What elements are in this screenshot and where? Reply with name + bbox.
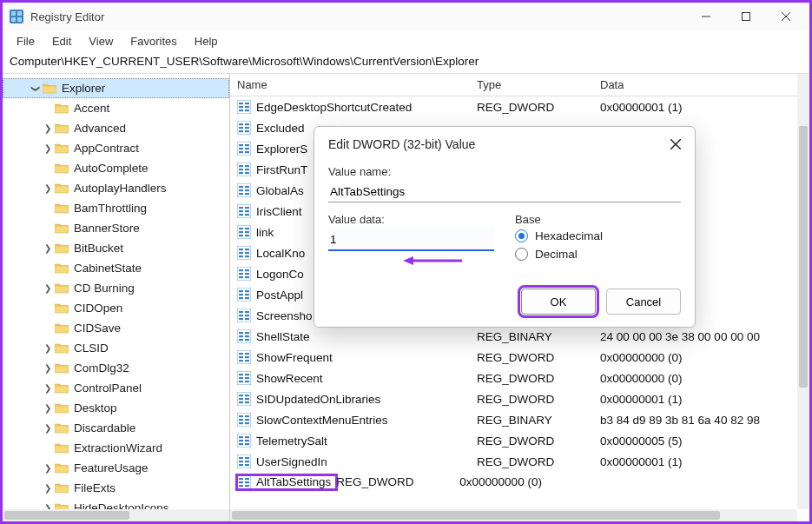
tree-node[interactable]: CIDOpen (3, 298, 229, 318)
table-row[interactable]: SIDUpdatedOnLibrariesREG_DWORD0x00000001… (230, 388, 809, 409)
tree-node-label: FileExts (74, 481, 116, 494)
value-data: 24 00 00 00 3e 38 00 00 00 00 (600, 330, 809, 343)
value-data: 0x00000005 (5) (600, 434, 809, 448)
folder-icon (55, 143, 69, 154)
folder-icon (55, 222, 69, 234)
registry-value-icon (237, 288, 251, 302)
address-bar[interactable]: Computer\HKEY_CURRENT_USER\Software\Micr… (3, 51, 809, 74)
column-header-name[interactable]: Name (237, 78, 477, 91)
tree-node[interactable]: ❯ComDlg32 (3, 358, 229, 378)
tree-node[interactable]: ❯CLSID (3, 338, 229, 358)
menu-edit[interactable]: Edit (43, 33, 80, 50)
base-group-label: Base (515, 213, 681, 226)
value-type: REG_DWORD (477, 372, 600, 385)
menu-view[interactable]: View (80, 33, 122, 50)
list-scrollbar-vertical[interactable] (797, 74, 809, 509)
tree-node[interactable]: ❯CD Burning (3, 278, 229, 298)
registry-value-icon (237, 246, 251, 260)
table-row[interactable]: ShowRecentREG_DWORD0x00000000 (0) (230, 368, 809, 388)
table-row[interactable]: TelemetrySaltREG_DWORD0x00000005 (5) (230, 430, 809, 451)
registry-value-icon (237, 121, 251, 135)
value-name-label: Value name: (328, 165, 681, 178)
chevron-right-icon: ❯ (43, 143, 53, 153)
tree-scrollbar-horizontal[interactable] (3, 509, 229, 521)
value-data: b3 84 d9 89 3b 81 6a 40 82 98 (600, 414, 809, 427)
tree-node-label: AppContract (74, 142, 139, 155)
cancel-button[interactable]: Cancel (606, 289, 681, 315)
table-row[interactable]: ShowFrequentREG_DWORD0x00000000 (0) (230, 347, 809, 368)
scrollbar-thumb[interactable] (4, 511, 129, 520)
tree-node[interactable]: ExtractionWizard (3, 438, 229, 458)
radio-icon (515, 248, 528, 261)
ok-button[interactable]: OK (521, 289, 596, 315)
radio-hexadecimal[interactable]: Hexadecimal (515, 229, 681, 242)
tree-node[interactable]: Accent (3, 98, 229, 118)
tree-node[interactable]: CabinetState (3, 258, 229, 278)
table-row[interactable]: AltTabSettingsREG_DWORD0x00000000 (0) (230, 472, 809, 493)
value-name: EdgeDesktopShortcutCreated (256, 101, 412, 114)
scrollbar-thumb[interactable] (232, 511, 720, 520)
radio-icon (515, 229, 528, 242)
value-data-input[interactable] (328, 229, 494, 251)
tree-node[interactable]: ❯ControlPanel (3, 378, 229, 398)
titlebar: Registry Editor (3, 3, 809, 30)
registry-value-icon (237, 308, 251, 322)
folder-icon (55, 302, 69, 314)
tree-node[interactable]: ❯BitBucket (3, 238, 229, 258)
menu-favorites[interactable]: Favorites (122, 33, 185, 50)
tree-node[interactable]: ❯FeatureUsage (3, 458, 229, 478)
folder-icon (55, 362, 69, 374)
tree-node[interactable]: ❯Desktop (3, 398, 229, 418)
tree-node[interactable]: ❯FileExts (3, 478, 229, 498)
radio-label: Decimal (535, 248, 578, 261)
folder-icon (55, 242, 69, 254)
table-row[interactable]: SlowContextMenuEntriesREG_BINARYb3 84 d9… (230, 409, 809, 430)
tree-node[interactable]: CIDSave (3, 318, 229, 338)
tree-node[interactable]: ❯Discardable (3, 418, 229, 438)
tree-node[interactable]: BannerStore (3, 218, 229, 238)
folder-icon (55, 342, 69, 354)
column-header-data[interactable]: Data (600, 78, 809, 91)
chevron-down-icon: ❯ (31, 83, 41, 94)
tree-node[interactable]: ❯Advanced (3, 118, 229, 138)
list-scrollbar-horizontal[interactable] (230, 509, 797, 521)
value-name: link (256, 226, 274, 239)
tree-node-root[interactable]: ❯Explorer (3, 78, 229, 98)
svg-marker-14 (403, 256, 413, 265)
tree-node[interactable]: AutoComplete (3, 158, 229, 178)
maximize-button[interactable] (726, 3, 766, 30)
menu-help[interactable]: Help (186, 33, 227, 50)
chevron-right-icon: ❯ (43, 363, 53, 373)
edit-dword-dialog: Edit DWORD (32-bit) Value Value name: Al… (314, 126, 696, 328)
value-type: REG_BINARY (477, 330, 600, 343)
value-name: FirstRunT (256, 163, 307, 176)
menubar: File Edit View Favorites Help (3, 30, 809, 51)
folder-icon (55, 282, 69, 294)
value-data: 0x00000001 (1) (600, 455, 809, 468)
value-name-field[interactable]: AltTabSettings (328, 182, 681, 202)
scrollbar-thumb[interactable] (799, 126, 808, 388)
close-button[interactable] (766, 3, 806, 30)
dialog-close-button[interactable] (667, 136, 684, 153)
tree-node-label: Explorer (62, 82, 105, 95)
registry-tree[interactable]: ❯ExplorerAccent❯Advanced❯AppContractAuto… (3, 78, 229, 518)
tree-node-label: Accent (74, 102, 109, 115)
folder-icon (55, 462, 69, 474)
tree-node-label: BitBucket (74, 242, 123, 255)
table-row[interactable]: UserSignedInREG_DWORD0x00000001 (1) (230, 451, 809, 472)
tree-node[interactable]: BamThrottling (3, 198, 229, 218)
dialog-title: Edit DWORD (32-bit) Value (328, 137, 475, 151)
column-header-type[interactable]: Type (477, 78, 600, 91)
minimize-button[interactable] (686, 3, 726, 30)
tree-node-label: Advanced (74, 122, 126, 135)
value-name: UserSignedIn (256, 455, 327, 468)
table-row[interactable]: ShellStateREG_BINARY24 00 00 00 3e 38 00… (230, 326, 809, 347)
tree-node[interactable]: ❯AppContract (3, 138, 229, 158)
table-row[interactable]: EdgeDesktopShortcutCreatedREG_DWORD0x000… (230, 96, 809, 117)
tree-node[interactable]: ❯AutoplayHandlers (3, 178, 229, 198)
registry-value-icon (237, 475, 251, 489)
radio-decimal[interactable]: Decimal (515, 248, 681, 261)
menu-file[interactable]: File (8, 33, 43, 50)
dialog-titlebar: Edit DWORD (32-bit) Value (314, 127, 695, 162)
registry-value-icon (237, 350, 251, 364)
